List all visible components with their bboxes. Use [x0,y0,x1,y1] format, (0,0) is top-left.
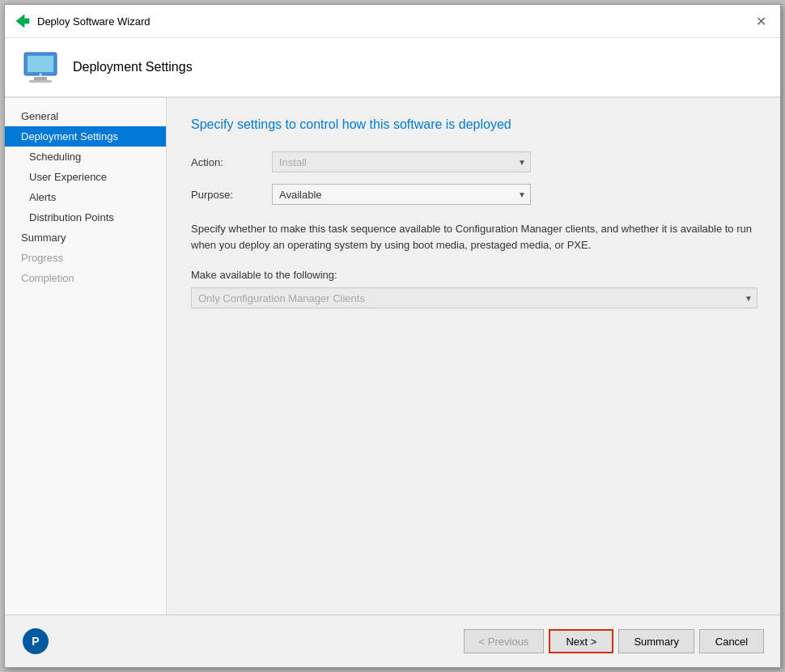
cancel-button[interactable]: Cancel [699,629,764,653]
make-available-select[interactable]: Only Configuration Manager Clients [191,287,757,308]
svg-marker-0 [16,15,29,28]
make-available-label: Make available to the following: [191,269,756,281]
description-text: Specify whether to make this task sequen… [191,221,756,253]
sidebar-item-progress: Progress [5,248,166,268]
purpose-row: Purpose: Available Required ▼ [191,184,756,205]
title-bar-left: Deploy Software Wizard [15,13,150,29]
sidebar-item-user-experience[interactable]: User Experience [5,167,166,187]
header-section: Deployment Settings [5,38,780,98]
window-title: Deploy Software Wizard [37,15,150,28]
sidebar-item-alerts[interactable]: Alerts [5,187,166,207]
svg-rect-2 [28,56,53,72]
sidebar: General Deployment Settings Scheduling U… [5,98,167,615]
next-button[interactable]: Next > [549,629,613,653]
sidebar-item-scheduling[interactable]: Scheduling [5,147,166,167]
svg-text:P: P [32,635,39,648]
sidebar-item-summary[interactable]: Summary [5,228,166,248]
title-bar: Deploy Software Wizard ✕ [5,5,780,38]
summary-button[interactable]: Summary [618,629,694,653]
action-row: Action: Install ▼ [191,151,756,172]
sidebar-item-deployment-settings[interactable]: Deployment Settings [5,126,166,147]
footer-logo: P [21,627,50,656]
action-select[interactable]: Install [272,151,531,172]
header-icon [21,48,60,87]
close-button[interactable]: ✕ [751,11,770,31]
footer: P < Previous Next > Summary Cancel [5,615,780,667]
sidebar-item-general[interactable]: General [5,106,166,126]
sidebar-item-completion: Completion [5,268,166,288]
app-icon [15,13,31,29]
purpose-control: Available Required ▼ [272,184,531,205]
wizard-window: Deploy Software Wizard ✕ Deployment Sett… [4,4,781,668]
action-control: Install ▼ [272,151,531,172]
make-available-control: Only Configuration Manager Clients ▼ [191,287,757,308]
action-label: Action: [191,156,272,168]
footer-logo-icon: P [21,627,50,656]
header-title: Deployment Settings [73,60,193,74]
content-area: General Deployment Settings Scheduling U… [5,98,780,615]
purpose-select[interactable]: Available Required [272,184,531,205]
svg-point-5 [40,74,42,76]
svg-rect-3 [34,77,47,80]
svg-rect-4 [29,80,52,83]
main-content: Specify settings to control how this sof… [167,98,780,615]
previous-button[interactable]: < Previous [464,629,545,653]
purpose-label: Purpose: [191,189,272,201]
section-title: Specify settings to control how this sof… [191,117,756,132]
sidebar-item-distribution-points[interactable]: Distribution Points [5,207,166,228]
